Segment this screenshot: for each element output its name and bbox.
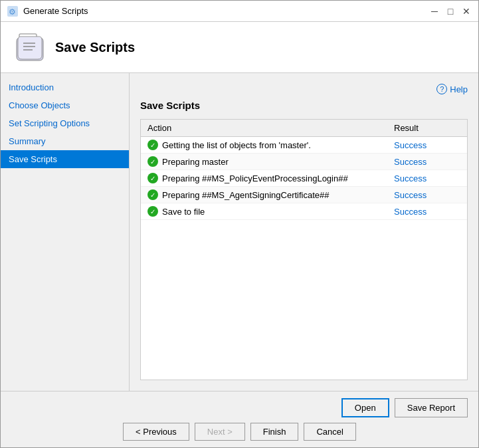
previous-button[interactable]: < Previous xyxy=(123,423,189,441)
help-icon: ? xyxy=(436,84,447,94)
results-table-container: Action Result ✓Getting the list of objec… xyxy=(140,119,468,380)
open-row: Open Save Report xyxy=(11,398,468,417)
sidebar-item-save-scripts[interactable]: Save Scripts xyxy=(1,150,129,168)
result-cell: Success xyxy=(387,137,467,154)
table-row: ✓Preparing ##MS_AgentSigningCertificate#… xyxy=(141,187,467,203)
cancel-button[interactable]: Cancel xyxy=(304,423,355,441)
help-button[interactable]: ? Help xyxy=(436,84,468,94)
section-title: Save Scripts xyxy=(140,100,468,111)
sidebar-item-choose-objects[interactable]: Choose Objects xyxy=(1,96,129,114)
check-icon: ✓ xyxy=(147,140,158,150)
check-icon: ✓ xyxy=(147,189,158,200)
sidebar-item-introduction[interactable]: Introduction xyxy=(1,78,129,96)
result-cell: Success xyxy=(387,187,467,203)
header-title: Save Scripts xyxy=(55,40,135,55)
table-row: ✓Save to fileSuccess xyxy=(141,203,467,220)
action-cell: ✓Preparing master xyxy=(141,154,387,170)
minimize-button[interactable]: ─ xyxy=(428,5,441,18)
sidebar-item-set-scripting-options[interactable]: Set Scripting Options xyxy=(1,114,129,132)
content: Introduction Choose Objects Set Scriptin… xyxy=(1,73,478,391)
action-cell: ✓Preparing ##MS_PolicyEventProcessingLog… xyxy=(141,170,387,187)
bottom-bar: Open Save Report < Previous Next > Finis… xyxy=(1,391,478,447)
check-icon: ✓ xyxy=(147,206,158,217)
window-icon: ⚙ xyxy=(6,5,19,18)
action-text: Preparing ##MS_AgentSigningCertificate## xyxy=(162,190,330,200)
col-header-result: Result xyxy=(387,120,467,137)
window-title: Generate Scripts xyxy=(23,6,428,16)
svg-text:⚙: ⚙ xyxy=(9,7,16,17)
result-cell: Success xyxy=(387,154,467,170)
window-controls: ─ □ ✕ xyxy=(428,5,473,18)
action-text: Getting the list of objects from 'master… xyxy=(162,140,311,150)
action-cell: ✓Save to file xyxy=(141,203,387,220)
sidebar-item-summary[interactable]: Summary xyxy=(1,132,129,150)
header: Save Scripts xyxy=(1,22,478,73)
action-text: Save to file xyxy=(162,207,205,217)
next-button[interactable]: Next > xyxy=(195,423,245,441)
open-button[interactable]: Open xyxy=(341,398,389,417)
check-icon: ✓ xyxy=(147,173,158,183)
help-area: ? Help xyxy=(140,84,468,94)
window: ⚙ Generate Scripts ─ □ ✕ Save Scripts xyxy=(0,0,479,448)
result-cell: Success xyxy=(387,203,467,220)
table-row: ✓Preparing ##MS_PolicyEventProcessingLog… xyxy=(141,170,467,187)
table-row: ✓Preparing masterSuccess xyxy=(141,154,467,170)
action-text: Preparing ##MS_PolicyEventProcessingLogi… xyxy=(162,173,348,183)
results-table: Action Result ✓Getting the list of objec… xyxy=(141,120,467,220)
action-cell: ✓Preparing ##MS_AgentSigningCertificate#… xyxy=(141,187,387,203)
action-cell: ✓Getting the list of objects from 'maste… xyxy=(141,137,387,154)
sidebar: Introduction Choose Objects Set Scriptin… xyxy=(1,73,130,391)
help-label: Help xyxy=(450,84,468,94)
action-text: Preparing master xyxy=(162,157,229,167)
result-cell: Success xyxy=(387,170,467,187)
check-icon: ✓ xyxy=(147,156,158,167)
close-button[interactable]: ✕ xyxy=(460,5,473,18)
nav-row: < Previous Next > Finish Cancel xyxy=(11,423,468,441)
title-bar: ⚙ Generate Scripts ─ □ ✕ xyxy=(1,1,478,22)
maximize-button[interactable]: □ xyxy=(444,5,457,18)
header-icon xyxy=(14,31,46,63)
finish-button[interactable]: Finish xyxy=(250,423,299,441)
table-row: ✓Getting the list of objects from 'maste… xyxy=(141,137,467,154)
main-panel: ? Help Save Scripts Action Result ✓Getti… xyxy=(130,73,478,391)
table-header-row: Action Result xyxy=(141,120,467,137)
save-report-button[interactable]: Save Report xyxy=(395,398,468,417)
col-header-action: Action xyxy=(141,120,387,137)
